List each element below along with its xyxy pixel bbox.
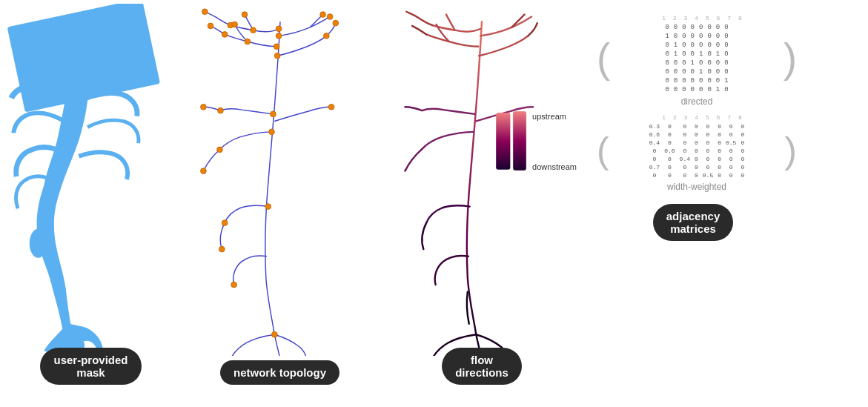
svg-point-19 [200,104,206,110]
svg-point-23 [328,104,334,110]
svg-point-29 [265,204,271,210]
flow-label: flow directions [442,348,522,385]
flow-legend: upstream downstream [511,111,577,172]
svg-point-9 [250,27,256,33]
topology-label: network topology [220,360,339,385]
panel-flow: .flow-line { fill: none; stroke-width: 2… [378,7,586,400]
matrix1-table: 00000000 10000000 01000000 01001010 0001… [663,23,730,94]
svg-point-1 [29,229,47,258]
panel-topology: .topo-line { fill: none; stroke: #4444cc… [182,7,378,400]
svg-point-24 [270,111,276,117]
legend-labels: upstream downstream [532,112,577,171]
svg-point-22 [216,147,222,153]
svg-point-10 [245,39,251,44]
svg-point-16 [327,14,333,20]
flow-image: .flow-line { fill: none; stroke-width: 2… [385,7,578,356]
svg-point-14 [274,53,280,59]
adjacency-label: adjacency matrices [653,204,734,241]
svg-point-11 [274,44,279,50]
svg-rect-34 [513,111,526,171]
svg-point-17 [323,33,329,39]
matrix2-label: width-weighted [597,182,797,192]
matrix1-header: 1 2 3 4 5 6 7 8 [610,15,797,21]
legend-downstream: downstream [532,162,577,171]
legend-upstream: upstream [532,112,577,121]
main-container: user-provided mask .topo-line { fill: no… [0,0,868,407]
svg-point-28 [231,282,236,288]
svg-point-3 [202,9,208,15]
svg-point-18 [332,20,338,26]
svg-point-15 [319,12,325,18]
matrix2-table: 0.30000000 0.60000000 0.4000000.50 00.60… [647,122,746,179]
svg-point-21 [200,168,206,174]
panel-adjacency: 1 2 3 4 5 6 7 8 ( 00000000 10000000 0100… [586,7,801,241]
svg-point-27 [222,220,228,226]
topology-image: .topo-line { fill: none; stroke: #4444cc… [191,7,369,356]
svg-point-25 [268,129,274,135]
svg-rect-33 [496,113,510,170]
svg-point-26 [219,246,225,252]
svg-point-7 [242,12,248,18]
matrix1-label: directed [597,96,797,107]
legend-gradient [511,111,528,172]
svg-point-30 [271,331,277,337]
svg-point-13 [276,33,282,39]
matrices-area: 1 2 3 4 5 6 7 8 ( 00000000 10000000 0100… [589,7,797,198]
matrix2-header: 1 2 3 4 5 6 7 8 [610,114,797,121]
matrix-weighted: 1 2 3 4 5 6 7 8 ( 0.30000000 0.60000000 … [597,114,797,192]
svg-point-6 [222,32,228,38]
svg-point-8 [231,21,237,27]
svg-point-4 [208,23,213,29]
svg-point-12 [276,26,282,32]
svg-point-20 [217,107,223,113]
panel-mask: user-provided mask [0,7,182,400]
matrix-directed: 1 2 3 4 5 6 7 8 ( 00000000 10000000 0100… [597,15,797,107]
mask-label: user-provided mask [40,348,141,385]
mask-image [6,4,176,360]
